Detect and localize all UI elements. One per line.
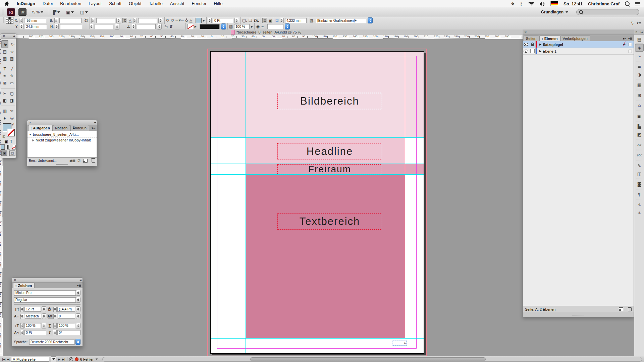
stroke-type-combo[interactable] [221,23,226,29]
eyedropper-tool[interactable]: ✑ [8,107,15,114]
preflight-icon[interactable] [69,357,73,361]
collapse-icon[interactable]: ◂◂ [79,279,81,282]
assignment-root-item[interactable]: ▼ broschuere_8_seiten_A4.i... [28,132,97,137]
reference-point-proxy[interactable] [6,17,13,24]
stroke-flyout-icon[interactable]: ▶ [195,25,197,28]
menu-tabelle[interactable]: Tabelle [145,0,166,7]
fitting-reference-combo[interactable] [285,23,290,29]
stroke-weight-combo[interactable] [234,18,239,23]
guide-headline-top[interactable] [211,137,424,138]
wrap-none-icon[interactable]: ≣ [262,18,267,23]
menu-indesign[interactable]: InDesign [13,0,39,7]
german-keyboard-flag-icon[interactable] [550,1,558,6]
page-tool[interactable]: ▤ [1,48,8,55]
panel-menu-icon[interactable]: ▾≣ [77,284,81,287]
page-number-marker-frame[interactable]: A [392,341,407,346]
rotation-combo[interactable] [158,18,163,23]
dock-group-grip[interactable] [637,199,642,200]
spotlight-search-icon[interactable] [625,1,630,6]
pathfinder-panel-icon[interactable]: ◩ [635,131,643,138]
links-panel-icon[interactable]: ∞ [635,52,643,60]
scale-x-field[interactable] [96,18,115,23]
swatches-panel-icon[interactable]: ▦ [635,81,643,88]
effects-panel-icon[interactable]: fx [635,102,643,109]
gradient-swatch-tool[interactable]: ◧ [1,97,8,104]
preflight-error-count[interactable]: 6 Fehler [80,357,94,361]
horizontal-ruler[interactable]: 1801701601501401301201101009080706050403… [3,35,523,40]
freiraum-text-frame[interactable]: Freiraum [277,164,382,174]
dock-group-grip[interactable] [637,121,642,122]
guide-footer-bottom[interactable] [211,343,424,343]
close-icon[interactable]: ✕ [3,35,5,38]
panel-menu-icon[interactable]: ▾≣ [628,37,632,40]
tracking-spinner[interactable] [53,314,57,319]
trash-icon[interactable] [92,159,95,163]
dock-collapse-icon[interactable]: ▸▸ [623,37,626,40]
gap-stepper[interactable] [280,18,284,23]
visibility-cell[interactable] [523,48,529,54]
expand-dock-icon[interactable]: ▸▸ [641,31,643,34]
default-fill-stroke-icon[interactable]: ◱ [2,135,5,138]
apply-color-button[interactable] [1,145,5,149]
line-tool[interactable]: ╱ [8,65,15,72]
content-collector-tool[interactable]: ▦ [1,55,8,62]
close-icon[interactable]: ✕ [29,121,32,124]
flip-vertical-icon[interactable]: ⇵ [169,24,173,29]
rotation-stepper[interactable] [133,18,137,23]
next-page-button[interactable]: ▶ [58,358,60,361]
hscale-spinner[interactable] [53,323,57,328]
screen-mode-dropdown[interactable]: ▣ [65,9,75,15]
guide-footer-top[interactable] [211,338,424,339]
bildbereich-text-frame[interactable]: Bildbereich [277,93,382,109]
align-panel-icon[interactable]: ▙ [635,123,643,130]
skew-field[interactable]: 0° [57,330,80,335]
rectangle-tool[interactable]: ▭ [8,79,15,86]
character-styles-panel-icon[interactable]: A. [635,209,643,217]
pages-panel-icon[interactable]: ▤ [635,36,643,43]
corner-options-icon[interactable]: ▢. [242,18,247,23]
assignment-child-item[interactable]: ▶ Nicht zugewiesener InCopy-Inhalt [28,137,97,143]
apply-none-button[interactable] [12,145,16,149]
kerning-spinner[interactable] [20,314,24,319]
menu-bar-clock[interactable]: So. 12:41 [564,1,583,6]
opacity-flyout-icon[interactable]: ▶ [251,25,253,28]
rotate-cw-icon[interactable]: ↻ [166,18,169,23]
frame-fitting-icon[interactable]: ⊡ [275,18,279,23]
aufgaben-panel-header[interactable]: ✕ ◂◂ [27,120,97,125]
apply-gradient-button[interactable] [7,145,10,149]
text-wrap-panel-icon[interactable]: ◙ [635,180,643,188]
notification-center-icon[interactable] [635,1,640,6]
table-panel-icon[interactable]: ⊞ [635,92,643,99]
search-input[interactable] [576,9,639,15]
font-size-stepper[interactable] [42,306,46,312]
color-panel-icon[interactable]: ◑ [635,71,643,78]
x-position-field[interactable]: -56 mm [24,18,46,23]
tools-panel-header[interactable]: ✕ ◂◂ [1,34,16,39]
hscale-stepper[interactable] [76,323,80,328]
scissors-tool[interactable]: ✂ [1,90,8,97]
new-assignment-icon[interactable] [83,159,88,163]
stroke-proxy-swatch[interactable] [7,129,15,136]
blend-isolate-icon[interactable]: ◉ [256,24,259,29]
gradient-feather-tool[interactable]: ◨ [8,97,15,104]
bluetooth-icon[interactable]: ᛒ [520,1,523,6]
rotation-field[interactable] [138,18,157,23]
fill-color-swatch[interactable] [196,18,202,23]
workspace-switcher[interactable]: Grundlagen [541,10,568,14]
wifi-icon[interactable] [528,2,534,6]
free-transform-tool[interactable]: ▢ [8,90,15,97]
tab-aufgaben[interactable]: ↕ Aufgaben [28,125,53,131]
layers-panel-icon[interactable]: ◈ [635,44,644,52]
direct-selection-tool[interactable]: △ [8,40,15,47]
preflight-menu-caret-icon[interactable] [96,359,98,360]
object-style-combo[interactable] [368,17,373,23]
menu-datei[interactable]: Datei [39,0,56,7]
column-guide-left[interactable] [246,52,246,353]
previous-page-button[interactable]: ◀ [7,358,9,361]
dock-group-grip[interactable] [637,189,642,190]
scale-x-combo[interactable] [116,18,121,23]
stroke-weight-stepper[interactable] [208,18,212,23]
dock-group-grip[interactable] [637,149,642,150]
wrap-bounding-box-icon[interactable]: ▣ [268,18,272,23]
view-options-dropdown[interactable]: ▛ [52,9,61,15]
